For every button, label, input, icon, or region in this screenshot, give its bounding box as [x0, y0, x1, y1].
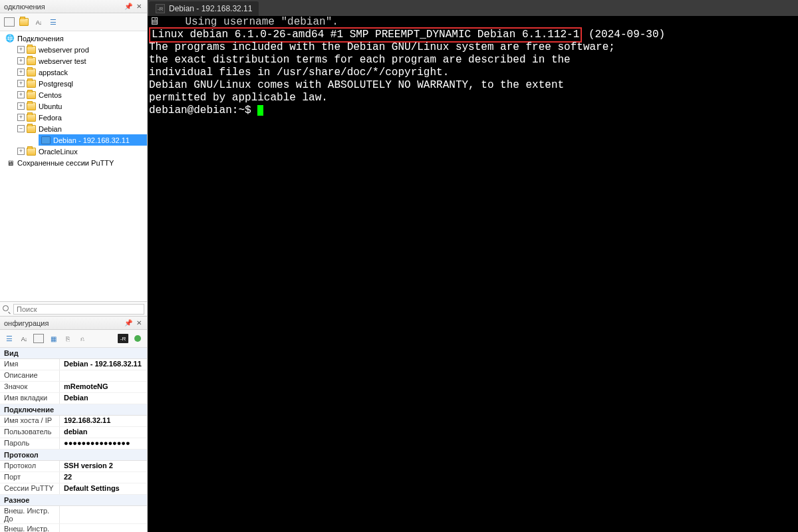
left-sidebar: одключения 📌 ✕ Подключения +webserver pr…	[0, 0, 148, 532]
putty-icon: 🖥	[5, 159, 15, 167]
tree-item-putty-sessions[interactable]: 🖥Сохраненные сессии PuTTY	[3, 157, 147, 168]
expander-icon[interactable]: +	[17, 114, 25, 121]
connections-toolbar	[0, 13, 147, 31]
prop-inherit-button[interactable]: ⎘	[61, 332, 74, 345]
folder-icon	[27, 46, 36, 54]
term-warranty-1: Debian GNU/Linux comes with ABSOLUTELY N…	[149, 79, 797, 92]
shell-prompt: debian@debian:~$	[149, 104, 257, 116]
term-motd-3: individual files in /usr/share/doc/*/cop…	[149, 66, 797, 79]
folder-icon	[27, 91, 36, 99]
connections-panel-header: одключения 📌 ✕	[0, 0, 147, 13]
prop-row-ext-before[interactable]: Внеш. Инстр. До	[0, 506, 147, 524]
tree-root-node[interactable]: Подключения	[3, 33, 147, 44]
expander-icon[interactable]: −	[17, 125, 25, 132]
expander-icon[interactable]: +	[17, 91, 25, 98]
expander-icon[interactable]: +	[17, 102, 25, 110]
tree-item-appstack[interactable]: +appstack	[15, 66, 147, 78]
sort-button[interactable]	[32, 15, 45, 29]
term-motd-1: The programs included with the Debian GN…	[149, 41, 797, 54]
terminal-icon: -R	[156, 4, 165, 13]
expander-icon[interactable]: +	[17, 68, 25, 76]
connection-tree[interactable]: Подключения +webserver prod +webserver t…	[0, 31, 147, 301]
prop-default-button[interactable]: ⎌	[76, 332, 89, 345]
prop-category-connection[interactable]: Подключение	[0, 404, 147, 416]
terminal-output[interactable]: 🖥 Using username "debian".Linux debian 6…	[148, 16, 798, 532]
tab-label: Debian - 192.168.32.11	[169, 4, 252, 13]
prop-row-description[interactable]: Описание	[0, 370, 147, 382]
properties-toolbar: ▦ ⎘ ⎌ -R	[0, 330, 147, 348]
config-panel: онфигурация 📌 ✕ ▦ ⎘ ⎌ -R Вид ИмяDebian -…	[0, 316, 147, 532]
folder-icon	[27, 148, 36, 156]
expand-button[interactable]	[47, 15, 60, 29]
config-panel-header: онфигурация 📌 ✕	[0, 317, 147, 330]
prop-row-ext-after[interactable]: Внеш. Инстр. По...	[0, 524, 147, 532]
prop-category-view[interactable]: Вид	[0, 348, 147, 359]
sort-az-button[interactable]	[17, 332, 31, 345]
folder-icon	[27, 114, 36, 122]
status-indicator	[131, 332, 144, 345]
new-folder-button[interactable]	[17, 15, 31, 29]
close-icon[interactable]: ✕	[135, 3, 143, 11]
expander-icon[interactable]: +	[17, 80, 25, 87]
prop-row-putty-session[interactable]: Сессии PuTTYDefault Settings	[0, 483, 147, 495]
folder-icon	[27, 68, 36, 76]
tree-item-centos[interactable]: +Centos	[15, 89, 147, 100]
expander-icon[interactable]: +	[17, 57, 25, 65]
kernel-info-highlighted: Linux debian 6.1.0-26-amd64 #1 SMP PREEM…	[149, 27, 582, 43]
folder-icon	[27, 125, 36, 133]
expander-icon[interactable]: +	[17, 148, 25, 155]
tree-item-ubuntu[interactable]: +Ubuntu	[15, 100, 147, 112]
close-icon[interactable]: ✕	[135, 319, 143, 327]
globe-icon	[5, 35, 15, 43]
prop-row-icon[interactable]: ЗначокmRemoteNG	[0, 382, 147, 393]
term-warranty-2: permitted by applicable law.	[149, 92, 797, 104]
folder-icon	[27, 57, 36, 65]
prop-category-protocol[interactable]: Протокол	[0, 450, 147, 461]
config-title: онфигурация	[4, 319, 49, 327]
folder-icon	[27, 102, 36, 110]
folder-icon	[27, 80, 36, 88]
cursor	[257, 105, 263, 116]
tree-item-webserver-test[interactable]: +webserver test	[15, 55, 147, 66]
connections-title: одключения	[4, 3, 45, 11]
prop-row-user[interactable]: Пользовательdebian	[0, 427, 147, 438]
green-dot-icon	[134, 335, 141, 342]
prop-grid-button[interactable]: ▦	[47, 332, 60, 345]
categorize-button[interactable]	[3, 332, 16, 345]
expander-icon[interactable]: +	[17, 46, 25, 53]
new-connection-button[interactable]	[3, 15, 16, 29]
prop-page-button[interactable]	[32, 332, 45, 345]
tree-item-debian-connection[interactable]: Debian - 192.168.32.11	[39, 134, 147, 146]
search-icon	[3, 305, 11, 313]
tree-item-debian[interactable]: −Debian	[15, 123, 147, 134]
tab-bar: -R Debian - 192.168.32.11	[148, 0, 798, 16]
term-line-date: (2024-09-30)	[582, 29, 665, 41]
search-box	[0, 301, 147, 316]
prop-row-tabname[interactable]: Имя вкладкиDebian	[0, 393, 147, 404]
remote-badge[interactable]: -R	[116, 332, 130, 345]
properties-grid[interactable]: Вид ИмяDebian - 192.168.32.11 Описание З…	[0, 348, 147, 532]
main-area: -R Debian - 192.168.32.11 🖥 Using userna…	[148, 0, 798, 532]
prop-row-name[interactable]: ИмяDebian - 192.168.32.11	[0, 359, 147, 370]
prop-category-misc[interactable]: Разное	[0, 495, 147, 506]
tree-item-postgresql[interactable]: +Postgresql	[15, 78, 147, 89]
prop-row-password[interactable]: Пароль●●●●●●●●●●●●●●●	[0, 438, 147, 450]
term-line-login: Using username "debian".	[166, 16, 338, 28]
tab-debian[interactable]: -R Debian - 192.168.32.11	[149, 1, 259, 16]
tree-item-webserver-prod[interactable]: +webserver prod	[15, 44, 147, 55]
tree-item-fedora[interactable]: +Fedora	[15, 112, 147, 123]
prop-row-host[interactable]: Имя хоста / IP192.168.32.11	[0, 416, 147, 427]
pin-icon[interactable]: 📌	[124, 319, 132, 327]
term-motd-2: the exact distribution terms for each pr…	[149, 54, 797, 66]
prop-row-protocol[interactable]: ПротоколSSH version 2	[0, 461, 147, 472]
tree-item-oraclelinux[interactable]: +OracleLinux	[15, 146, 147, 157]
connection-icon	[41, 136, 51, 144]
search-input[interactable]	[13, 304, 144, 315]
prop-row-port[interactable]: Порт22	[0, 472, 147, 483]
pin-icon[interactable]: 📌	[124, 3, 132, 11]
